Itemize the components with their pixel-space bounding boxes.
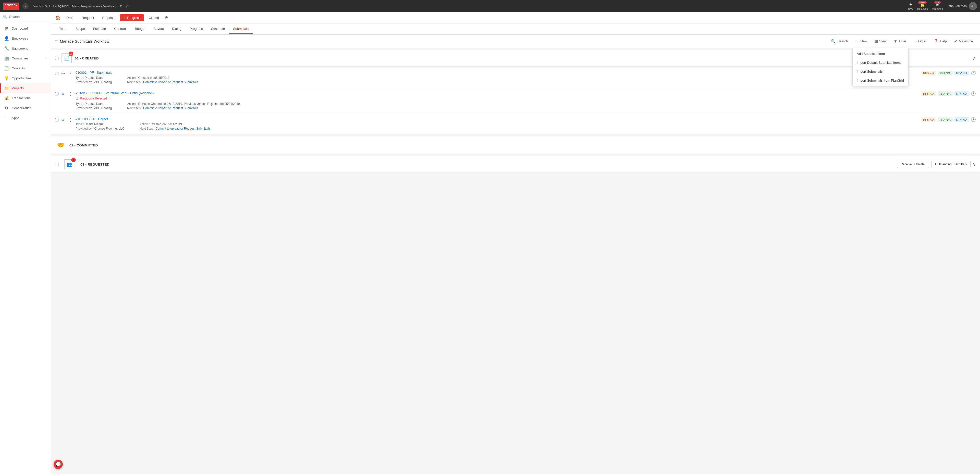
equipment-icon: 🔧 (4, 46, 9, 51)
item1-checkbox[interactable] (55, 72, 59, 75)
tab-scope[interactable]: Scope (72, 24, 89, 34)
filter-icon: ▼ (894, 39, 897, 43)
sidebar-item-opportunities[interactable]: 💡 Opportunities (0, 73, 51, 83)
item3-next-step-link[interactable]: Commit to upload or Request Submittals (156, 127, 210, 130)
section-created-checkbox[interactable] (55, 57, 59, 60)
help-button[interactable]: ❓ Help (931, 38, 950, 45)
tab-progress[interactable]: Progress (186, 24, 207, 34)
sidebar-item-equipment[interactable]: 🔧 Equipment (0, 43, 51, 53)
nav-tabs: Team Scope Estimate Contract Budget Buyo… (51, 24, 980, 35)
item2-next-step-link[interactable]: Commit to upload or Request Submittals (143, 107, 198, 110)
tab-schedule[interactable]: Schedule (207, 24, 229, 34)
maximize-icon: ⤢ (954, 39, 957, 44)
sidebar-item-employees[interactable]: 👤 Employees (0, 33, 51, 43)
help-icon: ❓ (934, 39, 939, 44)
tab-submittals[interactable]: Submittals (229, 24, 253, 34)
maximize-button[interactable]: ⤢ Maximize (951, 38, 976, 45)
item3-menu-button[interactable]: ⋮ (68, 117, 73, 123)
tab-closed[interactable]: Closed (145, 14, 162, 21)
plus-icon: ＋ (855, 39, 859, 44)
project-dropdown-button[interactable]: ▼ (119, 4, 122, 8)
dots-icon: ··· (913, 39, 917, 43)
sidebar-item-projects[interactable]: 📁 Projects (0, 83, 51, 93)
project-tabs: 🏠 Draft Request Proposal In Progress Clo… (51, 12, 980, 24)
item1-menu-button[interactable]: ⋮ (68, 71, 73, 76)
tab-draft[interactable]: Draft (63, 14, 77, 21)
menu-button[interactable]: ≡ (55, 38, 58, 44)
sidebar-item-contacts[interactable]: 📋 Contacts (0, 63, 51, 73)
sidebar-item-dashboard[interactable]: ⊞ Dashboard (0, 24, 51, 33)
tab-budget[interactable]: Budget (130, 24, 149, 34)
item3-checkbox[interactable] (55, 118, 59, 121)
releases-action[interactable]: 🔔 06/16 Releases (917, 2, 928, 10)
dropdown-import-submittals[interactable]: Import Submittals (853, 67, 908, 76)
chat-button[interactable]: 💬 (54, 460, 63, 469)
item3-title[interactable]: #16 - 096800 - Carpet (76, 117, 918, 121)
item2-history-button[interactable]: 🕐 (971, 91, 976, 96)
tab-proposal[interactable]: Proposal (99, 14, 119, 21)
view-button[interactable]: ▦ View (871, 38, 890, 45)
nav-items: ⊞ Dashboard 👤 Employees 🔧 Equipment 🏢 Co… (0, 21, 51, 474)
tab-contract[interactable]: Contract (110, 24, 130, 34)
search-input[interactable] (9, 15, 48, 19)
filter-button[interactable]: ▼ Filter (891, 38, 910, 45)
dashboard-icon: ⊞ (4, 26, 9, 31)
item3-history-button[interactable]: 🕐 (971, 117, 976, 122)
item2-tag-rfs: RFS N/A (921, 91, 936, 96)
submittal-item-1: ✏ ⋮ 010001 - PF - Submittals Type : Prod… (51, 68, 980, 88)
item2-checkbox[interactable] (55, 92, 59, 95)
item2-warning: ◇ Previously Rejected (76, 96, 918, 100)
other-button[interactable]: ··· Other (910, 38, 929, 45)
item2-title[interactable]: #5 rev 2 - 051000 - Structural Steel - E… (76, 91, 918, 95)
item1-tags: RFS N/A RFA N/A NTV N/A 🕐 (921, 71, 976, 76)
committed-icon: 🤝 (55, 140, 66, 151)
toolbar: ≡ Manage Submittals Workflow 🔍 Search ＋ … (51, 35, 980, 48)
tab-dialog[interactable]: Dialog (168, 24, 186, 34)
new-button[interactable]: ＋ New (852, 37, 870, 45)
section-requested-checkbox[interactable] (55, 163, 59, 166)
item3-edit-button[interactable]: ✏ (61, 117, 65, 123)
search-bar: 🔍 (0, 12, 51, 21)
transactions-icon: 💰 (4, 95, 9, 100)
favorite-button[interactable]: ☆ (125, 4, 129, 9)
apps-icon: ⋯ (4, 116, 9, 121)
item2-menu-button[interactable]: ⋮ (68, 91, 73, 97)
tab-buyout[interactable]: Buyout (150, 24, 168, 34)
item1-next-step-link[interactable]: Commit to upload or Request Submittals (143, 80, 198, 84)
search-button[interactable]: 🔍 Search (828, 38, 851, 45)
section-created-toggle[interactable]: ∧ (973, 56, 976, 61)
section-requested-toggle[interactable]: ∨ (973, 161, 976, 167)
new-action[interactable]: ＋ New (908, 2, 913, 10)
item3-tags: RFS N/A RFA N/A NTV N/A 🕐 (921, 117, 976, 122)
receive-submittal-button[interactable]: Receive Submittal (897, 161, 929, 168)
sidebar-item-apps[interactable]: ⋯ Apps (0, 113, 51, 123)
planroom-action[interactable]: ⊞ 108 Planroom (932, 2, 943, 10)
item2-tag-rfa: RFA N/A (938, 91, 953, 96)
item1-edit-button[interactable]: ✏ (61, 71, 65, 76)
sidebar-item-companies[interactable]: 🏢 Companies › (0, 53, 51, 63)
dropdown-add-submittal[interactable]: Add Submittal Item (853, 49, 908, 58)
settings-button[interactable]: ⚙ (165, 15, 168, 20)
dropdown-import-plangrid[interactable]: Import Submittals from PlanGrid (853, 76, 908, 85)
sidebar-item-transactions[interactable]: 💰 Transactions (0, 93, 51, 103)
navbar: REDTEAM FLEX ‹ Warthon-Smith Inc 1QE0001… (0, 0, 980, 12)
item2-tag-ntv: NTV N/A (954, 91, 969, 96)
tab-estimate[interactable]: Estimate (89, 24, 110, 34)
tab-team[interactable]: Team (55, 24, 72, 34)
tab-inprogress[interactable]: In Progress (120, 14, 144, 21)
user-profile[interactable]: John Foreman JF (947, 2, 977, 10)
item2-edit-button[interactable]: ✏ (61, 91, 65, 97)
section-requested: 👥 6 03 - REQUESTED Receive Submittal Out… (51, 156, 980, 173)
dropdown-import-default[interactable]: Import Default Submittal Items (853, 58, 908, 67)
submittal-item-2: ✏ ⋮ #5 rev 2 - 051000 - Structural Steel… (51, 88, 980, 114)
project-back-button[interactable]: ‹ (22, 3, 29, 9)
item1-history-button[interactable]: 🕐 (971, 71, 976, 76)
outstanding-submittals-button[interactable]: Outstanding Submittals (931, 161, 970, 168)
home-button[interactable]: 🏠 (55, 15, 61, 21)
page-title: Manage Submittals Workflow (60, 39, 826, 43)
sidebar-item-configuration[interactable]: ⚙ Configuration (0, 103, 51, 113)
section-requested-title: 03 - REQUESTED (80, 162, 110, 166)
tab-request[interactable]: Request (78, 14, 97, 21)
item2-content: #5 rev 2 - 051000 - Structural Steel - E… (76, 91, 918, 111)
item1-title[interactable]: 010001 - PF - Submittals (76, 71, 918, 75)
